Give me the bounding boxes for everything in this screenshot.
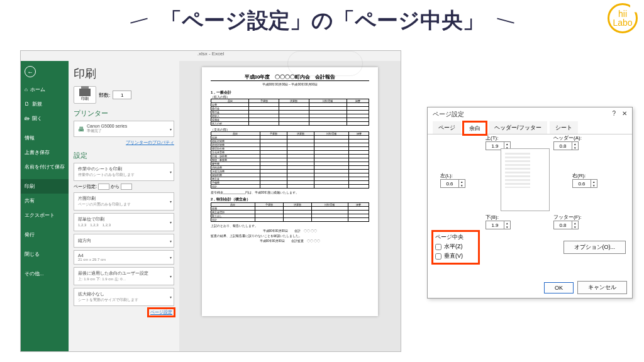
ok-button[interactable]: OK bbox=[544, 282, 574, 293]
center-horizontal-checkbox[interactable]: 水平(Z) bbox=[435, 243, 464, 251]
copies-input[interactable] bbox=[113, 90, 131, 99]
sidebar-item-more[interactable]: その他... bbox=[21, 266, 69, 281]
page-range-row: ページ指定: から bbox=[74, 184, 174, 190]
setting-margins[interactable]: 最後に適用した余白のユーザー設定上: 1.9 cm 下: 1.9 cm 左: 0… bbox=[74, 267, 174, 285]
special-table: 品目予算額決算額比較増減摘要 繰越 積立金増加 取り崩し 合計 bbox=[211, 202, 369, 222]
sidebar-item-new[interactable]: 🗋 新規 bbox=[21, 97, 69, 111]
margin-bottom-field: 下(B): ▴▾ bbox=[486, 214, 511, 229]
print-preview-page: 平成00年度 〇〇〇〇町内会 会計報告 平成00年00月00日～平成00年00月… bbox=[202, 67, 378, 316]
print-settings-panel: 印刷 印刷 部数: プリンター 🖶 Canon G5000 series 準備完… bbox=[69, 61, 179, 351]
tab-margins[interactable]: 余白 bbox=[464, 122, 486, 134]
margin-left-field: 左(L): ▴▾ bbox=[440, 172, 465, 188]
excel-window-title: .xlsx - Excel bbox=[21, 51, 401, 61]
print-preview-area: 平成00年度 〇〇〇〇町内会 会計報告 平成00年00月00日～平成00年00月… bbox=[179, 61, 401, 351]
backstage-sidebar: ← ⌂ ホーム 🗋 新規 🗁 開く 情報 上書き保存 名前を付けて保存 印刷 共… bbox=[21, 61, 69, 351]
page-title: 「ページ設定」の「ページ中央」 bbox=[160, 6, 484, 35]
printer-icon bbox=[79, 89, 91, 96]
tab-sheet[interactable]: シート bbox=[550, 121, 578, 134]
sidebar-item-saveas[interactable]: 名前を付けて保存 bbox=[21, 160, 69, 174]
sidebar-item-share[interactable]: 共有 bbox=[21, 194, 69, 208]
excel-backstage-window: .xlsx - Excel ← ⌂ ホーム 🗋 新規 🗁 開く 情報 上書き保存… bbox=[20, 50, 401, 352]
center-vertical-checkbox[interactable]: 垂直(V) bbox=[435, 252, 464, 260]
page-setup-dialog: ページ設定 ?✕ ページ 余白 ヘッダー/フッター シート 上(T): ▴▾ ヘ… bbox=[427, 107, 633, 299]
margin-right-field: 右(R): ▴▾ bbox=[572, 172, 597, 188]
sidebar-item-close[interactable]: 閉じる bbox=[21, 247, 69, 261]
margin-preview-page bbox=[501, 148, 550, 211]
printer-properties-link[interactable]: プリンターのプロパティ bbox=[74, 140, 174, 146]
sidebar-item-print[interactable]: 印刷 bbox=[21, 179, 69, 194]
help-icon[interactable]: ? bbox=[612, 110, 616, 117]
page-center-group: ページ中央 水平(Z) 垂直(V) bbox=[433, 231, 479, 263]
income-table: 品目予算額決算額比較増減摘要 会費 受付金 寄付金 雑収入 繰越金 収入の部 bbox=[211, 99, 369, 126]
dialog-tabs: ページ 余白 ヘッダー/フッター シート bbox=[428, 121, 632, 134]
sidebar-item-publish[interactable]: 発行 bbox=[21, 228, 69, 242]
setting-orientation[interactable]: 縦方向▾ bbox=[74, 234, 174, 248]
dialog-title: ページ設定 bbox=[433, 110, 464, 119]
setting-sides[interactable]: 片面印刷ページの片面のみを印刷します▾ bbox=[74, 192, 174, 211]
setting-paper-size[interactable]: A421 cm x 29.7 cm▾ bbox=[74, 250, 174, 265]
decorative-slash-right bbox=[497, 18, 514, 23]
printer-section-header: プリンター bbox=[74, 109, 174, 118]
expense-table: 品目予算額決算額比較増減摘要 会議 福祉対策費 防犯対策費 環境衛生費 文化体育… bbox=[211, 131, 369, 189]
options-button[interactable]: オプション(O)... bbox=[564, 241, 626, 254]
back-button[interactable]: ← bbox=[25, 66, 36, 77]
page-to-input[interactable] bbox=[121, 184, 132, 190]
cancel-button[interactable]: キャンセル bbox=[577, 281, 627, 294]
page-from-input[interactable] bbox=[98, 184, 109, 190]
sidebar-item-save[interactable]: 上書き保存 bbox=[21, 145, 69, 160]
sidebar-item-home[interactable]: ⌂ ホーム bbox=[21, 82, 69, 97]
tab-page[interactable]: ページ bbox=[433, 121, 461, 134]
decorative-slash-left bbox=[130, 18, 148, 23]
chiilabo-logo: hiiLabo bbox=[608, 3, 638, 33]
setting-collate[interactable]: 部単位で印刷1,2,3 1,2,3 1,2,3▾ bbox=[74, 213, 174, 231]
sidebar-item-export[interactable]: エクスポート bbox=[21, 208, 69, 222]
settings-section-header: 設定 bbox=[74, 151, 174, 160]
setting-print-what[interactable]: 作業中のシートを印刷作業中のシートのみを印刷します▾ bbox=[74, 163, 174, 181]
sidebar-item-open[interactable]: 🗁 開く bbox=[21, 111, 69, 126]
tab-header-footer[interactable]: ヘッダー/フッター bbox=[489, 121, 547, 134]
print-heading: 印刷 bbox=[74, 66, 174, 81]
margin-header-field: ヘッダー(A): ▴▾ bbox=[553, 134, 582, 150]
close-icon[interactable]: ✕ bbox=[622, 110, 627, 117]
setting-scaling[interactable]: 拡大縮小なしシートを実際のサイズで印刷します▾ bbox=[74, 288, 174, 306]
printer-selector[interactable]: 🖶 Canon G5000 series 準備完了 ▾ bbox=[74, 121, 174, 137]
print-button[interactable]: 印刷 bbox=[74, 86, 96, 104]
page-setup-link[interactable]: ページ設定 bbox=[148, 309, 174, 316]
margin-footer-field: フッター(F): ▴▾ bbox=[553, 214, 581, 229]
sidebar-item-info[interactable]: 情報 bbox=[21, 131, 69, 145]
